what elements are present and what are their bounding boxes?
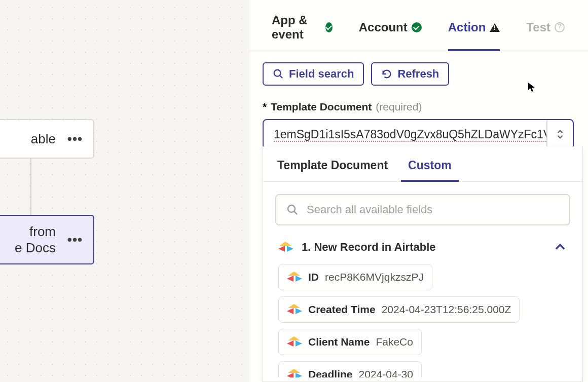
field-chip[interactable]: ID recP8K6MVjqkzszPJ bbox=[278, 264, 432, 290]
field-search-box[interactable] bbox=[275, 194, 570, 225]
canvas-node-trigger[interactable]: able ••• bbox=[0, 119, 94, 159]
airtable-icon bbox=[287, 302, 302, 317]
chevron-up-icon[interactable] bbox=[553, 240, 567, 254]
chip-key: Created Time bbox=[308, 303, 376, 316]
popover-tab-template[interactable]: Template Document bbox=[277, 159, 388, 181]
airtable-icon bbox=[287, 367, 302, 377]
node-menu-button[interactable]: ••• bbox=[65, 129, 85, 149]
field-value[interactable]: 1emSgD1i1sI5sA783odV0gZvx8uQ5hZLDaWYzFc1… bbox=[264, 120, 546, 148]
tab-app-event[interactable]: App & event bbox=[272, 13, 333, 51]
airtable-icon bbox=[287, 270, 302, 285]
tab-test[interactable]: Test bbox=[526, 13, 565, 51]
chip-key: Deadline bbox=[308, 368, 353, 377]
chip-value: 2024-04-23T12:56:25.000Z bbox=[382, 303, 511, 316]
check-icon bbox=[412, 22, 422, 32]
chip-value: 2024-04-30 bbox=[359, 368, 413, 377]
svg-line-1 bbox=[280, 75, 283, 79]
field-hint: (required) bbox=[376, 101, 422, 113]
required-star: * bbox=[263, 101, 267, 113]
tab-label: Test bbox=[526, 20, 550, 34]
svg-line-3 bbox=[294, 211, 297, 214]
tab-label: Account bbox=[359, 20, 408, 34]
step-editor-panel: App & event Account Action Test Field se… bbox=[248, 0, 588, 382]
canvas-edge bbox=[30, 158, 31, 215]
zap-canvas[interactable]: able ••• frome Docs ••• bbox=[0, 0, 248, 382]
tab-account[interactable]: Account bbox=[359, 13, 422, 51]
field-search-input[interactable] bbox=[307, 203, 559, 216]
field-chip-list: ID recP8K6MVjqkzszPJCreated Time 2024-04… bbox=[275, 264, 570, 377]
canvas-node-title: able bbox=[0, 131, 65, 147]
tab-action[interactable]: Action bbox=[448, 13, 500, 51]
help-icon bbox=[555, 22, 565, 32]
refresh-button[interactable]: Refresh bbox=[371, 62, 449, 86]
chip-key: ID bbox=[308, 271, 319, 283]
refresh-icon bbox=[381, 68, 392, 80]
field-name: Template Document bbox=[271, 101, 372, 113]
chip-value: FakeCo bbox=[376, 336, 413, 348]
svg-point-2 bbox=[288, 205, 295, 212]
button-label: Field search bbox=[289, 67, 354, 81]
field-mapper-popover: Template Document Custom 1. New Record i… bbox=[263, 146, 583, 382]
svg-point-0 bbox=[274, 70, 281, 77]
field-chip[interactable]: Deadline 2024-04-30 bbox=[278, 361, 422, 377]
airtable-icon bbox=[278, 240, 293, 255]
check-icon bbox=[325, 22, 333, 32]
step-tabs: App & event Account Action Test bbox=[248, 0, 588, 51]
search-icon bbox=[273, 68, 284, 80]
template-document-input[interactable]: 1emSgD1i1sI5sA783odV0gZvx8uQ5hZLDaWYzFc1… bbox=[263, 119, 574, 149]
data-source-header[interactable]: 1. New Record in Airtable bbox=[278, 240, 567, 255]
sort-icon bbox=[555, 128, 566, 141]
search-icon bbox=[286, 204, 299, 216]
chip-value: recP8K6MVjqkzszPJ bbox=[325, 271, 424, 283]
popover-tab-custom[interactable]: Custom bbox=[408, 159, 452, 181]
airtable-icon bbox=[287, 334, 302, 350]
field-chip[interactable]: Created Time 2024-04-23T12:56:25.000Z bbox=[278, 296, 520, 323]
tab-label: Action bbox=[448, 20, 486, 34]
canvas-node-title: frome Docs bbox=[0, 223, 65, 256]
popover-tabs: Template Document Custom bbox=[263, 146, 582, 182]
field-label: * Template Document (required) bbox=[263, 101, 574, 113]
tab-label: App & event bbox=[272, 13, 321, 42]
field-chip[interactable]: Client Name FakeCo bbox=[278, 329, 422, 355]
node-menu-button[interactable]: ••• bbox=[65, 230, 85, 250]
canvas-node-action[interactable]: frome Docs ••• bbox=[0, 215, 94, 264]
field-dropdown-toggle[interactable] bbox=[546, 120, 573, 148]
data-source-title: 1. New Record in Airtable bbox=[302, 241, 545, 254]
field-search-button[interactable]: Field search bbox=[263, 62, 364, 86]
button-label: Refresh bbox=[397, 67, 439, 81]
chip-key: Client Name bbox=[308, 336, 370, 348]
warning-icon bbox=[490, 23, 500, 32]
